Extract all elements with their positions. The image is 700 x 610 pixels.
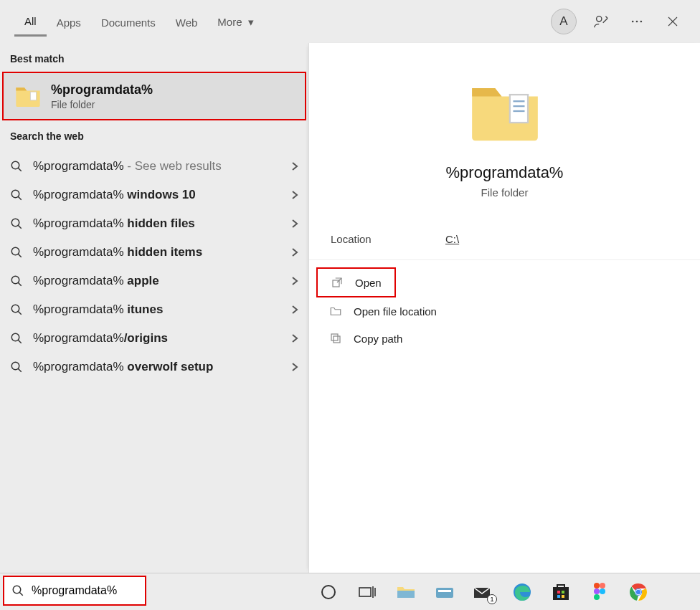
action-copy-path[interactable]: Copy path bbox=[316, 325, 693, 352]
svg-rect-27 bbox=[331, 334, 338, 340]
best-match-item[interactable]: %programdata% File folder bbox=[2, 72, 306, 120]
result-text: %programdata% itunes bbox=[33, 302, 163, 317]
action-label: Open bbox=[355, 277, 382, 289]
action-open[interactable]: Open bbox=[316, 267, 396, 297]
tab-web[interactable]: Web bbox=[166, 8, 208, 36]
search-icon bbox=[10, 160, 23, 173]
tab-more[interactable]: More ▾ bbox=[207, 7, 263, 36]
copy-icon bbox=[329, 332, 342, 345]
detail-header: %programdata% File folder bbox=[309, 43, 700, 199]
svg-point-17 bbox=[11, 333, 19, 341]
chevron-right-icon bbox=[291, 190, 298, 200]
web-result[interactable]: %programdata% itunes bbox=[0, 295, 308, 324]
file-explorer-icon[interactable] bbox=[392, 578, 420, 606]
svg-point-7 bbox=[11, 190, 19, 198]
open-icon bbox=[331, 276, 344, 289]
svg-rect-40 bbox=[562, 591, 564, 594]
close-icon[interactable] bbox=[661, 10, 684, 33]
web-result[interactable]: %programdata% apple bbox=[0, 267, 308, 295]
svg-rect-26 bbox=[334, 336, 340, 343]
search-icon bbox=[10, 275, 23, 287]
svg-point-43 bbox=[594, 583, 600, 588]
search-icon bbox=[10, 361, 23, 373]
search-input[interactable] bbox=[32, 584, 138, 597]
edge-icon[interactable] bbox=[508, 578, 536, 606]
result-text: %programdata%/origins bbox=[33, 331, 168, 345]
web-result[interactable]: %programdata% overwolf setup bbox=[0, 353, 308, 381]
tab-documents[interactable]: Documents bbox=[91, 8, 166, 36]
folder-icon bbox=[329, 305, 342, 318]
action-open-file-location[interactable]: Open file location bbox=[316, 297, 693, 325]
task-view-icon[interactable] bbox=[353, 578, 382, 606]
best-match-label: Best match bbox=[0, 43, 308, 72]
svg-point-3 bbox=[640, 21, 643, 23]
tab-all[interactable]: All bbox=[14, 6, 47, 37]
chevron-right-icon bbox=[291, 219, 298, 229]
location-row: Location C:\ bbox=[309, 213, 700, 260]
action-label: Open file location bbox=[354, 305, 437, 318]
search-icon bbox=[10, 189, 23, 201]
web-result[interactable]: %programdata%/origins bbox=[0, 324, 308, 353]
avatar[interactable]: A bbox=[551, 9, 577, 34]
svg-rect-41 bbox=[557, 595, 560, 598]
svg-point-19 bbox=[11, 362, 19, 370]
result-text: %programdata% hidden items bbox=[33, 245, 202, 259]
svg-rect-38 bbox=[553, 587, 569, 600]
actions-list: Open Open file location Copy path bbox=[309, 260, 700, 359]
header-right: A bbox=[551, 9, 691, 34]
svg-rect-21 bbox=[509, 95, 527, 123]
web-result[interactable]: %programdata% windows 10 bbox=[0, 181, 308, 209]
result-text: %programdata% apple bbox=[33, 274, 159, 288]
result-text: %programdata% - See web results bbox=[33, 159, 222, 173]
svg-rect-31 bbox=[359, 588, 371, 596]
svg-point-46 bbox=[600, 588, 605, 594]
folder-icon bbox=[14, 82, 42, 110]
header-bar: All Apps Documents Web More ▾ A bbox=[0, 0, 700, 43]
web-result[interactable]: %programdata% hidden items bbox=[0, 238, 308, 267]
feedback-icon[interactable] bbox=[590, 10, 612, 33]
result-text: %programdata% overwolf setup bbox=[33, 360, 213, 374]
svg-point-44 bbox=[600, 583, 605, 588]
app-icon[interactable] bbox=[430, 578, 459, 606]
more-icon[interactable] bbox=[625, 10, 648, 33]
svg-line-8 bbox=[18, 196, 22, 200]
mail-icon[interactable]: 1 bbox=[469, 578, 498, 606]
svg-point-5 bbox=[11, 161, 19, 169]
chevron-right-icon bbox=[291, 333, 298, 343]
svg-line-6 bbox=[18, 168, 22, 171]
location-value[interactable]: C:\ bbox=[445, 233, 459, 245]
svg-point-1 bbox=[632, 21, 634, 23]
best-match-subtitle: File folder bbox=[51, 99, 153, 110]
taskbar: 1 bbox=[0, 573, 700, 610]
web-result[interactable]: %programdata% hidden files bbox=[0, 209, 308, 238]
figma-icon[interactable] bbox=[585, 578, 614, 606]
svg-line-10 bbox=[18, 225, 22, 229]
svg-rect-42 bbox=[562, 595, 564, 598]
search-icon bbox=[11, 584, 24, 597]
svg-rect-34 bbox=[397, 591, 415, 598]
chevron-right-icon bbox=[291, 305, 298, 315]
main-split: Best match %programdata% File folder Sea… bbox=[0, 43, 700, 573]
svg-line-29 bbox=[19, 592, 23, 596]
detail-title: %programdata% bbox=[446, 163, 564, 182]
store-icon[interactable] bbox=[547, 578, 575, 606]
detail-panel: %programdata% File folder Location C:\ O… bbox=[308, 43, 700, 573]
search-box[interactable] bbox=[3, 576, 146, 606]
search-icon bbox=[10, 332, 23, 345]
chevron-right-icon bbox=[291, 276, 298, 286]
chevron-right-icon bbox=[291, 247, 298, 257]
detail-subtitle: File folder bbox=[481, 186, 529, 199]
chevron-right-icon bbox=[291, 362, 298, 372]
chrome-icon[interactable] bbox=[624, 578, 653, 606]
svg-point-2 bbox=[636, 21, 638, 23]
svg-line-12 bbox=[18, 254, 22, 257]
cortana-icon[interactable] bbox=[314, 578, 343, 606]
chevron-down-icon: ▾ bbox=[248, 16, 254, 28]
action-label: Copy path bbox=[354, 333, 402, 345]
web-result[interactable]: %programdata% - See web results bbox=[0, 152, 308, 181]
tab-apps[interactable]: Apps bbox=[47, 8, 91, 36]
chevron-right-icon bbox=[291, 161, 298, 171]
svg-point-13 bbox=[11, 276, 19, 284]
location-label: Location bbox=[331, 233, 445, 245]
tab-more-label: More bbox=[217, 16, 242, 28]
